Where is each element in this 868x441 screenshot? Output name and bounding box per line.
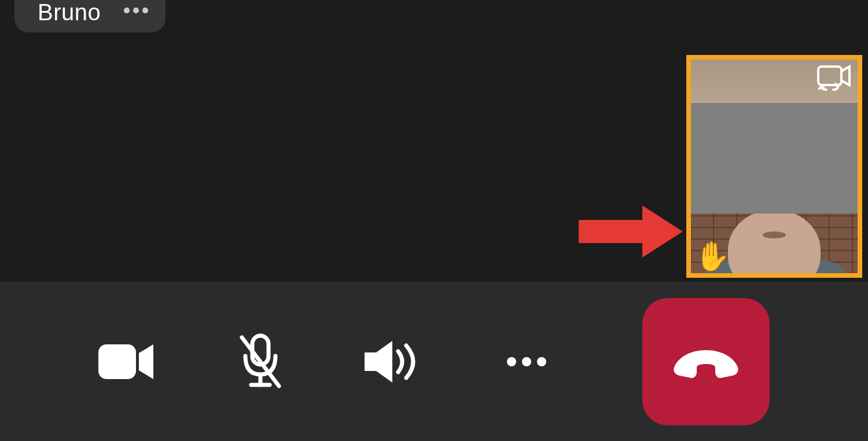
svg-rect-1	[98, 344, 136, 379]
camera-icon	[98, 341, 156, 382]
face	[728, 214, 821, 273]
dot-icon	[142, 8, 148, 13]
svg-rect-0	[818, 67, 841, 85]
self-video-preview[interactable]: ✋	[686, 55, 862, 278]
speaker-button[interactable]	[365, 333, 422, 391]
camera-button[interactable]	[98, 333, 156, 391]
microphone-muted-icon	[237, 333, 284, 391]
speaker-icon	[365, 339, 422, 385]
hand-raised-icon: ✋	[694, 242, 730, 271]
participant-name: Bruno	[38, 0, 101, 25]
microphone-button[interactable]	[231, 333, 289, 391]
preview-redacted-area	[691, 103, 858, 214]
flip-camera-icon[interactable]	[816, 64, 852, 93]
call-toolbar	[0, 282, 868, 441]
dot-icon	[133, 8, 139, 13]
participant-more-button[interactable]	[124, 8, 148, 18]
hangup-icon	[671, 344, 741, 379]
arrow-annotation	[579, 203, 683, 260]
participant-label: Bruno	[14, 0, 165, 32]
more-icon	[507, 357, 546, 366]
dot-icon	[124, 8, 130, 13]
mouth	[763, 231, 786, 238]
end-call-button[interactable]	[642, 298, 770, 425]
more-options-button[interactable]	[498, 333, 556, 391]
